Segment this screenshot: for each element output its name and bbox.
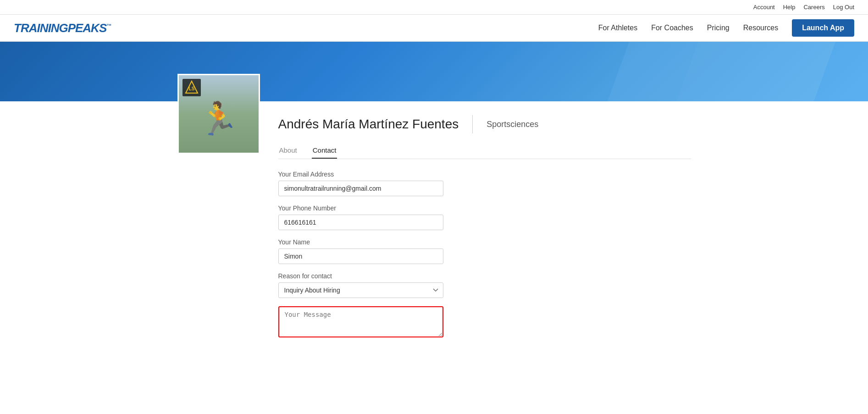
site-logo[interactable]: TRAININGPEAKS™: [14, 21, 111, 35]
nav-pricing[interactable]: Pricing: [707, 24, 730, 32]
profile-photo: LS 🏃: [177, 74, 260, 154]
profile-name: Andrés María Martínez Fuentes: [278, 117, 459, 132]
profile-photo-wrapper: LS 🏃: [177, 74, 260, 320]
profile-tabs: About Contact: [278, 143, 691, 159]
logout-link[interactable]: Log Out: [833, 4, 854, 11]
message-group: [278, 306, 443, 339]
name-input[interactable]: [278, 248, 443, 264]
nav-for-athletes[interactable]: For Athletes: [598, 24, 637, 32]
nav-resources[interactable]: Resources: [743, 24, 778, 32]
profile-divider: [472, 115, 473, 133]
account-link[interactable]: Account: [753, 4, 775, 11]
nav-links: For Athletes For Coaches Pricing Resourc…: [598, 19, 854, 37]
svg-text:LS: LS: [188, 86, 194, 91]
runner-logo-badge: LS: [182, 79, 201, 96]
name-group: Your Name: [278, 238, 443, 264]
phone-label: Your Phone Number: [278, 204, 443, 212]
top-utility-bar: Account Help Careers Log Out: [0, 0, 868, 15]
tab-contact[interactable]: Contact: [312, 143, 337, 159]
careers-link[interactable]: Careers: [803, 4, 824, 11]
profile-name-row: Andrés María Martínez Fuentes Sportscien…: [278, 115, 691, 133]
contact-form: Your Email Address Your Phone Number You…: [278, 171, 443, 339]
name-label: Your Name: [278, 238, 443, 246]
hero-banner: [0, 42, 868, 101]
tab-about[interactable]: About: [278, 143, 298, 159]
launch-app-button[interactable]: Launch App: [792, 19, 854, 37]
message-input[interactable]: [278, 306, 443, 337]
profile-org: Sportsciences: [487, 120, 538, 129]
email-group: Your Email Address: [278, 171, 443, 196]
phone-group: Your Phone Number: [278, 204, 443, 230]
help-link[interactable]: Help: [783, 4, 796, 11]
runner-icon: 🏃: [199, 103, 238, 135]
reason-select[interactable]: Inquiry About Hiring General Question Tr…: [278, 282, 443, 298]
profile-info: Andrés María Martínez Fuentes Sportscien…: [278, 101, 691, 348]
main-nav: TRAININGPEAKS™ For Athletes For Coaches …: [0, 15, 868, 42]
reason-group: Reason for contact Inquiry About Hiring …: [278, 272, 443, 298]
email-input[interactable]: [278, 181, 443, 196]
nav-for-coaches[interactable]: For Coaches: [651, 24, 693, 32]
phone-input[interactable]: [278, 215, 443, 230]
email-label: Your Email Address: [278, 171, 443, 178]
profile-section: LS 🏃 Andrés María Martínez Fuentes Sport…: [159, 101, 709, 348]
reason-label: Reason for contact: [278, 272, 443, 280]
runner-background: LS 🏃: [179, 75, 259, 153]
